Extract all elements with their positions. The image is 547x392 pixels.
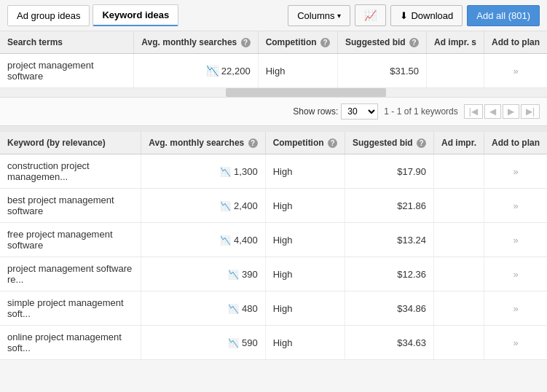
kw-competition-cell: High [265,257,345,291]
keyword-row-4: simple project management soft... 📉 480 … [0,291,547,326]
col-add-to-plan-search: Add to plan [484,31,548,54]
kw-bid-cell: $17.90 [345,154,433,189]
tab-keyword-ideas[interactable]: Keyword ideas [93,4,178,26]
search-adimpr-cell [426,54,484,88]
search-bid-cell: $31.50 [337,54,426,88]
kw-monthly-cell: 📉 1,300 [141,154,265,189]
kw-monthly-cell: 📉 2,400 [141,189,265,223]
help-avg-monthly-search[interactable]: ? [241,38,251,47]
download-label: Download [411,10,453,21]
download-button[interactable]: ⬇ Download [390,5,463,26]
kw-addplan-cell[interactable]: » [484,326,548,360]
kw-addplan-cell[interactable]: » [484,154,548,189]
col-ad-impr-search: Ad impr. s [426,31,484,54]
next-page-button[interactable]: ▶ [503,104,519,119]
kw-competition-cell: High [265,326,345,360]
keyword-ideas-table: Keyword (by relevance) Avg. monthly sear… [0,132,547,360]
chart-button[interactable]: 📈 [355,4,386,26]
kw-bid-cell: $34.86 [345,291,433,326]
trend-icon: 📉 [206,65,219,77]
download-icon: ⬇ [400,10,408,21]
keyword-row-0: construction project managemen... 📉 1,30… [0,154,547,189]
col-competition-kw: Competition ? [265,132,345,154]
col-avg-monthly-kw: Avg. monthly searches ? [141,132,265,154]
kw-term-cell: simple project management soft... [0,291,141,326]
chart-icon: 📈 [364,9,377,21]
kw-addplan-cell[interactable]: » [484,257,548,291]
kw-bid-cell: $13.24 [345,223,433,257]
columns-label: Columns [297,10,334,21]
top-bar: Ad group ideas Keyword ideas Columns ▾ 📈… [0,0,547,31]
kw-monthly-cell: 📉 390 [141,257,265,291]
page-info: 1 - 1 of 1 keywords [384,106,457,117]
kw-monthly-cell: 📉 480 [141,291,265,326]
col-keyword: Keyword (by relevance) [0,132,141,154]
scrollbar[interactable] [0,88,547,97]
last-page-button[interactable]: ▶| [521,104,540,119]
kw-term-cell: best project management software [0,189,141,223]
kw-bid-cell: $21.86 [345,189,433,223]
keyword-row-1: best project management software 📉 2,400… [0,189,547,223]
col-add-to-plan-kw: Add to plan [484,132,548,154]
trend-icon: 📉 [228,304,239,314]
col-suggested-bid-search: Suggested bid ? [337,31,426,54]
show-rows-control: Show rows: 30 50 100 [293,103,378,119]
kw-adimpr-cell [433,223,484,257]
first-page-button[interactable]: |◀ [464,104,483,119]
kw-bid-cell: $34.63 [345,326,433,360]
trend-icon: 📉 [220,167,231,177]
help-avg-monthly-kw[interactable]: ? [248,138,258,148]
col-competition-search: Competition ? [258,31,337,54]
search-monthly-cell: 📉 22,200 [134,54,258,88]
col-ad-impr-kw: Ad impr. [433,132,484,154]
kw-adimpr-cell [433,154,484,189]
trend-icon: 📉 [228,338,239,348]
kw-competition-cell: High [265,189,345,223]
section-divider [0,126,547,132]
trend-icon: 📉 [220,201,231,211]
columns-button[interactable]: Columns ▾ [288,5,350,26]
show-rows-label: Show rows: [293,106,338,117]
kw-competition-cell: High [265,223,345,257]
kw-adimpr-cell [433,257,484,291]
help-competition-kw[interactable]: ? [328,138,337,148]
chevron-down-icon: ▾ [337,12,341,20]
keyword-row-2: free project management software 📉 4,400… [0,223,547,257]
page-navigation: |◀ ◀ ▶ ▶| [464,104,540,119]
keyword-row-3: project management software re... 📉 390 … [0,257,547,291]
scrollbar-thumb [226,88,386,97]
search-terms-section: Search terms Avg. monthly searches ? Com… [0,31,547,126]
kw-monthly-cell: 📉 4,400 [141,223,265,257]
kw-monthly-cell: 📉 590 [141,326,265,360]
help-bid-search[interactable]: ? [409,38,419,47]
kw-term-cell: construction project managemen... [0,154,141,189]
keyword-table-header-row: Keyword (by relevance) Avg. monthly sear… [0,132,547,154]
keyword-row-5: online project management soft... 📉 590 … [0,326,547,360]
kw-term-cell: free project management software [0,223,141,257]
search-competition-cell: High [258,54,337,88]
search-terms-table: Search terms Avg. monthly searches ? Com… [0,31,547,88]
help-bid-kw[interactable]: ? [417,138,426,148]
toolbar: Columns ▾ 📈 ⬇ Download Add all (801) [288,4,540,26]
kw-addplan-cell[interactable]: » [484,223,548,257]
search-table-header-row: Search terms Avg. monthly searches ? Com… [0,31,547,54]
keyword-ideas-section: Keyword (by relevance) Avg. monthly sear… [0,132,547,360]
pagination-bar: Show rows: 30 50 100 1 - 1 of 1 keywords… [0,97,547,125]
kw-addplan-cell[interactable]: » [484,189,548,223]
col-suggested-bid-kw: Suggested bid ? [345,132,433,154]
search-addplan-cell[interactable]: » [484,54,548,88]
help-competition-search[interactable]: ? [320,38,330,47]
kw-competition-cell: High [265,154,345,189]
prev-page-button[interactable]: ◀ [484,104,501,119]
rows-select[interactable]: 30 50 100 [341,103,378,119]
col-search-terms: Search terms [0,31,134,54]
search-term-row-0: project management software 📉 22,200 Hig… [0,54,547,88]
tab-ad-group-ideas[interactable]: Ad group ideas [7,5,90,26]
trend-icon: 📉 [228,270,239,280]
kw-term-cell: online project management soft... [0,326,141,360]
kw-competition-cell: High [265,291,345,326]
add-all-button[interactable]: Add all (801) [467,5,540,26]
trend-icon: 📉 [220,235,231,246]
kw-term-cell: project management software re... [0,257,141,291]
kw-addplan-cell[interactable]: » [484,291,548,326]
